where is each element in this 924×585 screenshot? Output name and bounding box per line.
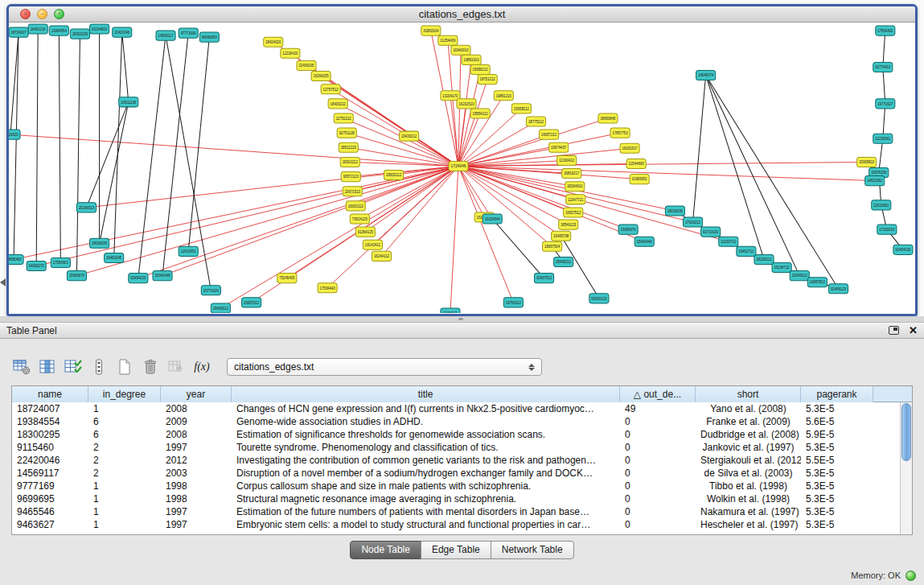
table-cell[interactable]: 5.9E-5	[801, 428, 873, 441]
table-cell[interactable]: Jankovic et al. (1997)	[696, 441, 801, 454]
graph-node[interactable]: 18218212	[754, 254, 774, 264]
table-row[interactable]: 1938455462009Genome-wide association stu…	[12, 415, 900, 428]
table-cell[interactable]: 1997	[161, 441, 232, 454]
table-cell[interactable]: 0	[620, 505, 696, 518]
table-row[interactable]: 2242004622012Investigating the contribut…	[12, 454, 900, 467]
graph-node[interactable]: 18549123	[559, 220, 578, 229]
graph-node[interactable]: 18430212	[328, 99, 347, 109]
table-cell[interactable]: Embryonic stem cells: a model to study s…	[232, 518, 620, 531]
table-row[interactable]: 977716911998Corpus callosum shape and si…	[12, 480, 900, 492]
graph-node[interactable]: 16461210	[28, 24, 47, 34]
graph-node[interactable]: 14631382	[865, 176, 885, 186]
graph-node[interactable]: 16507512	[564, 208, 583, 217]
table-cell[interactable]: Estimation of the future numbers of pati…	[232, 505, 620, 518]
graph-node[interactable]: 20433212	[400, 131, 419, 141]
table-cell[interactable]: 18300295	[12, 428, 88, 441]
graph-node[interactable]: 18511223	[339, 142, 358, 152]
graph-node[interactable]: 15040449	[634, 237, 654, 246]
table-cell[interactable]: Structural magnetic resonance image aver…	[232, 492, 620, 505]
graph-node[interactable]: 93572123	[341, 172, 360, 182]
table-cell[interactable]: 0	[620, 441, 696, 454]
table-cell[interactable]: Wolkin et al. (1998)	[696, 492, 801, 505]
graph-node[interactable]: 16816217	[562, 169, 581, 179]
column-header-in_degree[interactable]: in_degree	[88, 386, 161, 402]
graph-node[interactable]: 15040448	[153, 271, 172, 281]
table-cell[interactable]: 9465546	[12, 505, 88, 518]
table-cell[interactable]: 2009	[161, 415, 232, 428]
table-cell[interactable]: 9699695	[12, 492, 88, 505]
table-cell[interactable]: 14569117	[12, 467, 88, 480]
table-cell[interactable]: 9463627	[12, 518, 88, 531]
graph-node[interactable]: 92454021	[441, 308, 460, 313]
graph-node[interactable]: 22420046	[113, 27, 132, 37]
graph-node[interactable]: 92774410	[873, 62, 893, 72]
graph-node[interactable]: 91154600	[90, 24, 109, 34]
table-cell[interactable]: 5.3E-5	[801, 402, 873, 415]
graph-node[interactable]: 12160412	[557, 155, 577, 165]
graph-node[interactable]: 18495012	[211, 303, 230, 313]
table-cell[interactable]: 0	[620, 492, 696, 505]
graph-node[interactable]: 15134712	[772, 262, 791, 272]
table-cell[interactable]: 2	[88, 441, 161, 454]
graph-node[interactable]: 15956212	[470, 64, 490, 74]
table-cell[interactable]: Dudbridge et al. (2008)	[696, 428, 801, 441]
graph-node[interactable]: 92450123	[589, 294, 609, 303]
table-scrollbar[interactable]	[900, 402, 912, 534]
table-cell[interactable]: 6	[88, 428, 161, 441]
table-cell[interactable]: 0	[620, 480, 696, 492]
table-cell[interactable]: 5.3E-5	[801, 518, 873, 531]
table-cell[interactable]: Nakamura et al. (1997)	[696, 505, 801, 518]
graph-node[interactable]: 17160015	[877, 225, 897, 234]
graph-node[interactable]: 16771626	[201, 286, 220, 295]
graph-node[interactable]: 18775112	[526, 117, 545, 126]
table-row[interactable]: 911546021997Tourette syndrome. Phenomeno…	[12, 441, 900, 454]
graph-node[interactable]: 16957812	[807, 278, 827, 287]
table-cell[interactable]: 5.3E-5	[801, 467, 873, 480]
graph-node[interactable]: 12239341	[873, 134, 893, 143]
column-selection-icon[interactable]	[63, 357, 84, 377]
graph-node[interactable]: 19245012	[790, 271, 809, 281]
graph-node[interactable]: 17919212	[683, 217, 702, 227]
graph-node[interactable]: 18724007	[9, 27, 28, 37]
table-cell[interactable]: 0	[620, 428, 696, 441]
graph-node[interactable]: 15854212	[470, 109, 490, 118]
tab-edge-table[interactable]: Edge Table	[421, 541, 491, 559]
graph-node[interactable]: 22406205	[297, 60, 316, 70]
graph-node[interactable]: 16957012	[242, 298, 261, 307]
graph-node[interactable]: 79524125	[350, 214, 369, 224]
graph-node[interactable]: 17857753	[610, 128, 630, 138]
graph-node[interactable]: 16244112	[372, 251, 391, 261]
graph-node[interactable]: 15495798	[552, 231, 571, 241]
graph-node[interactable]: 16151617	[620, 143, 639, 153]
table-row[interactable]: 969969511998Structural magnetic resonanc…	[12, 492, 900, 505]
graph-node[interactable]: 16771627	[876, 99, 895, 109]
table-cell[interactable]: 0	[620, 467, 696, 480]
graph-node[interactable]: 11544690	[626, 159, 646, 168]
table-settings-icon[interactable]	[11, 357, 32, 377]
graph-node[interactable]: 92751128	[337, 128, 356, 138]
table-row[interactable]: 1456911722003Disruption of a novel membe…	[12, 467, 900, 480]
graph-node[interactable]: 12047721	[566, 195, 585, 204]
table-cell[interactable]: 1	[88, 505, 161, 518]
graph-node[interactable]: 18164610	[565, 182, 585, 192]
graph-node[interactable]: 12230420	[281, 48, 300, 58]
graph-node[interactable]: 19861910	[462, 55, 481, 64]
table-cell[interactable]: 2008	[161, 402, 232, 415]
graph-node[interactable]: 25266513	[76, 203, 96, 212]
table-cell[interactable]: de Silva et al. (2003)	[696, 467, 801, 480]
new-table-icon[interactable]	[114, 357, 135, 377]
table-cell[interactable]: Genome-wide association studies in ADHD.	[232, 415, 620, 428]
close-panel-icon[interactable]: ✕	[909, 325, 918, 336]
graph-node[interactable]: 91713100	[701, 227, 721, 237]
table-cell[interactable]: 5.5E-5	[801, 454, 873, 467]
table-cell[interactable]: 18724007	[12, 402, 88, 415]
graph-node[interactable]: 15995810	[857, 157, 877, 167]
table-cell[interactable]: 1998	[161, 480, 232, 492]
table-cell[interactable]: 5.3E-5	[801, 480, 873, 492]
table-cell[interactable]: 19384554	[12, 415, 88, 428]
table-cell[interactable]: 49	[620, 402, 696, 415]
table-cell[interactable]: 1997	[161, 505, 232, 518]
graph-node[interactable]: 10674437	[549, 142, 569, 152]
graph-node[interactable]: 92454130	[893, 245, 913, 254]
graph-node[interactable]: 15956979	[67, 271, 86, 281]
